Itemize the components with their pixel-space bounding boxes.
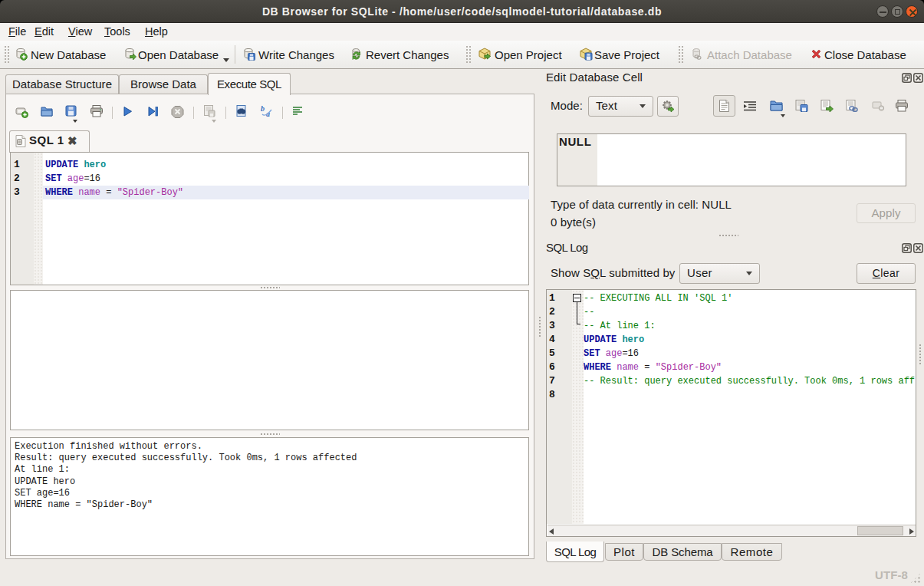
svg-text:b: b	[261, 104, 265, 113]
